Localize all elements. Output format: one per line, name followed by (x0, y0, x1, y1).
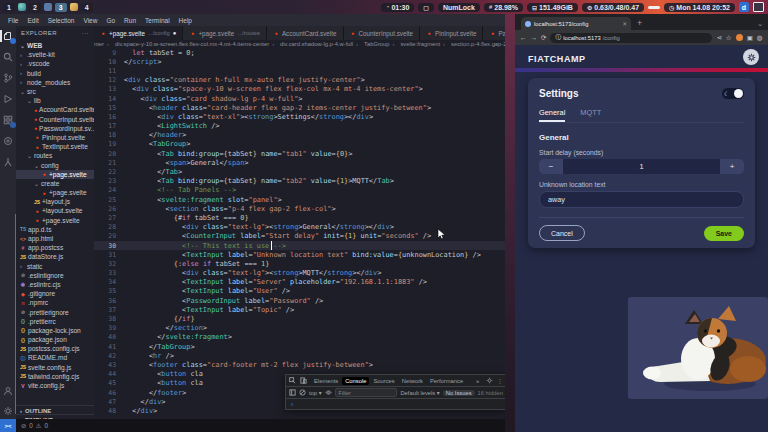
console-prompt[interactable]: › (286, 399, 506, 409)
code-line[interactable]: 23 <Tab bind:group={tabSet} name="tab2" … (94, 177, 505, 186)
devtools-tab-performance[interactable]: Performance (427, 377, 466, 385)
explorer-item[interactable]: ●+layout.svelte (16, 206, 94, 215)
remote-indicator[interactable]: >< (0, 419, 16, 432)
explorer-item[interactable]: #app.postcss (16, 243, 94, 252)
explorer-item[interactable]: ●+page.svelte (16, 188, 94, 197)
breadcrumb-segment[interactable]: svelte:fragment (400, 41, 440, 47)
explorer-item[interactable]: ⌄create (16, 179, 94, 188)
manage-gear-icon[interactable] (2, 405, 14, 417)
code-line[interactable]: 19 <TabGroup> (94, 140, 505, 149)
menu-terminal[interactable]: Terminal (145, 17, 170, 24)
code-line[interactable]: 9 let tabSet = 0; (94, 48, 505, 57)
address-bar[interactable]: ⓘ localhost:5173/config (550, 33, 712, 43)
code-line[interactable]: 11 (94, 66, 505, 75)
extension-icon[interactable] (736, 34, 743, 41)
tray-app-icon[interactable]: d (739, 2, 749, 12)
clear-console-icon[interactable] (299, 389, 306, 396)
menu-go[interactable]: Go (106, 17, 115, 24)
breadcrumb-segment[interactable]: nter (94, 41, 104, 47)
code-line[interactable]: 39 </section> (94, 324, 505, 333)
code-line[interactable]: 22 </Tab> (94, 167, 505, 176)
forward-icon[interactable]: → (531, 34, 538, 41)
code-line[interactable]: 26 <section class="p-4 flex gap-2 flex-c… (94, 204, 505, 213)
counter-value[interactable]: 1 (563, 159, 720, 174)
code-line[interactable]: 38 {/if} (94, 314, 505, 323)
explorer-item[interactable]: ●+page.svelte (16, 170, 94, 179)
code-line[interactable]: 13 <div class="space-y-10 w-screen flex … (94, 85, 505, 94)
account-icon[interactable] (2, 385, 14, 397)
explorer-item[interactable]: JS+layout.js (16, 197, 94, 206)
editor-tab[interactable]: ●+page.svelte.../config● (94, 26, 183, 40)
extensions-puzzle-icon[interactable]: ▣ (747, 34, 753, 42)
code-line[interactable]: 32 {:else if tabSet === 1} (94, 259, 505, 268)
explorer-item[interactable]: {}package.json (16, 335, 94, 344)
breadcrumb-segment[interactable]: TabGroup (364, 41, 389, 47)
explorer-item[interactable]: ●+page.svelte (16, 216, 94, 225)
increment-button[interactable]: + (720, 159, 744, 174)
browser-tab[interactable]: localhost:5173/config ✕ (521, 17, 631, 30)
extensions-icon[interactable] (2, 114, 14, 126)
explorer-item[interactable]: ⓘREADME.md (16, 353, 94, 362)
devtools-overflow-icon[interactable]: » (473, 377, 482, 385)
problems-indicator[interactable]: ⊘0⚠0 (16, 422, 48, 429)
explorer-item[interactable]: ›.vscode (16, 59, 94, 68)
explorer-item[interactable]: ⌄routes (16, 151, 94, 160)
code-line[interactable]: 20 <Tab bind:group={tabSet} name="tab1" … (94, 149, 505, 158)
explorer-item[interactable]: ›.svelte-kit (16, 50, 94, 59)
code-line[interactable]: 41 </TabGroup> (94, 342, 505, 351)
devtools-tab-elements[interactable]: Elements (311, 377, 341, 385)
decrement-button[interactable]: − (539, 159, 563, 174)
explorer-item[interactable]: ›static (16, 262, 94, 271)
new-tab-button[interactable]: + (637, 18, 642, 30)
testing-icon[interactable] (2, 156, 14, 168)
lightswitch-toggle[interactable]: ☾ (722, 88, 744, 99)
eye-icon[interactable] (325, 389, 332, 396)
code-line[interactable]: 25 <svelte:fragment slot="panel"> (94, 195, 505, 204)
explorer-item[interactable]: ›node_modules (16, 78, 94, 87)
explorer-item[interactable]: ●CounterInput.svelte (16, 115, 94, 124)
site-info-icon[interactable]: ⓘ (555, 33, 561, 42)
back-icon[interactable]: ← (520, 34, 527, 41)
explorer-item[interactable]: ◉.eslintrc.cjs (16, 280, 94, 289)
explorer-item[interactable]: ●TextInput.svelte (16, 142, 94, 151)
breadcrumb-segment[interactable]: section.p-4.flex.gap-2.flex-col (451, 41, 505, 47)
code-line[interactable]: 43 <footer class="card-footer mt-2 flex … (94, 360, 505, 369)
explorer-item[interactable]: JSsvelte.config.js (16, 363, 94, 372)
code-line[interactable]: 36 <PasswordInput label="Password" /> (94, 296, 505, 305)
devtools-tab-memory[interactable]: Memory (467, 377, 469, 385)
save-button[interactable]: Save (704, 226, 744, 241)
explorer-item[interactable]: ◆.gitignore (16, 289, 94, 298)
search-icon[interactable] (2, 51, 14, 63)
explorer-item[interactable]: ●PinInput.svelte (16, 133, 94, 142)
device-toolbar-icon[interactable] (300, 377, 307, 384)
code-line[interactable]: 40 </svelte:fragment> (94, 333, 505, 342)
editor-tab[interactable]: ●+page.svelte.../routes (183, 26, 266, 40)
devtools-tab-network[interactable]: Network (399, 377, 426, 385)
explorer-item[interactable]: <>app.html (16, 234, 94, 243)
code-line[interactable]: 21 <span>General</span> (94, 158, 505, 167)
workspace-4[interactable]: 4 (81, 3, 93, 12)
menu-view[interactable]: View (83, 17, 97, 24)
code-line[interactable]: 16 <div class="text-xl"><strong>Settings… (94, 112, 505, 121)
code-line[interactable]: 12<div class="container h-full mx-auto f… (94, 76, 505, 85)
explorer-item[interactable]: ⌄src (16, 87, 94, 96)
log-levels-select[interactable]: Default levels ▾ (400, 390, 439, 396)
breadcrumb-segment[interactable]: div.card.shadow-lg.p-4.w-full (280, 41, 353, 47)
code-line[interactable]: 33 <div class="text-lg"><strong>MQTT</st… (94, 269, 505, 278)
code-line[interactable]: 27 {#if tabSet === 0} (94, 213, 505, 222)
editor-tab[interactable]: ●Passwo (483, 26, 505, 40)
issues-badge[interactable]: No Issues (443, 390, 475, 396)
context-selector[interactable]: top ▾ (309, 390, 322, 396)
explorer-item[interactable]: JSdataStore.js (16, 252, 94, 261)
console-filter-input[interactable]: Filter (335, 388, 398, 397)
reload-icon[interactable]: ⟳ (541, 34, 546, 42)
workspace-2[interactable]: 2 (29, 3, 41, 12)
unknown-location-input[interactable]: away (539, 191, 744, 208)
close-tab-icon[interactable]: ✕ (622, 21, 627, 27)
devtools-tab-console[interactable]: Console (342, 377, 369, 385)
inspect-icon[interactable] (289, 377, 296, 384)
breadcrumb[interactable]: nter›div.space-y-10.w-screen.flex.flex-c… (94, 40, 505, 48)
explorer-item[interactable]: ●AccountCard.svelte (16, 105, 94, 114)
page-settings-button[interactable] (743, 49, 759, 65)
source-control-icon[interactable] (2, 72, 14, 84)
